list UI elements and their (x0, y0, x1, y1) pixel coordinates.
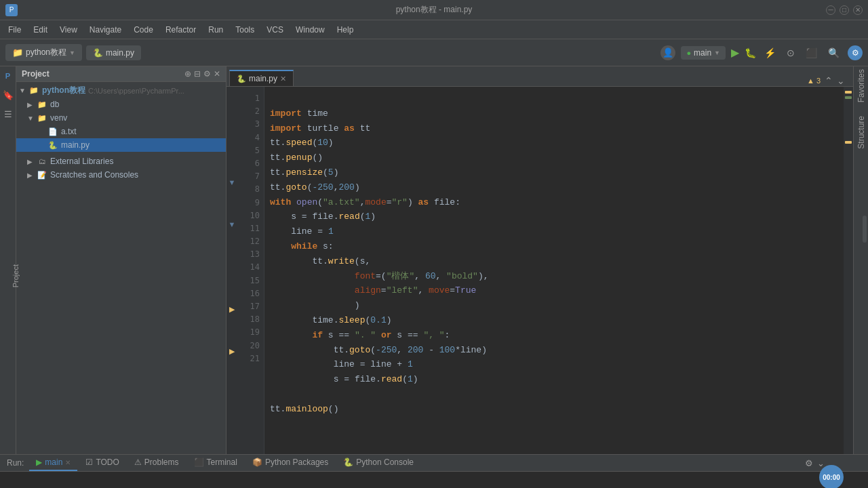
title-bar: P python教程 - main.py ─ □ ✕ (0, 0, 868, 20)
run-tab-close[interactable]: ✕ (65, 459, 71, 466)
menu-edit[interactable]: Edit (28, 23, 53, 37)
tree-scratches-label: Scratches and Consoles (50, 170, 138, 180)
python-console-label: Python Console (356, 458, 414, 467)
run-config-selector[interactable]: ● main ▼ (681, 46, 726, 60)
menu-tools[interactable]: Tools (230, 23, 260, 37)
fold-7[interactable]: ▼ (226, 177, 237, 191)
menu-view[interactable]: View (54, 23, 83, 37)
menu-bar: File Edit View Navigate Code Refactor Ru… (0, 20, 868, 39)
editor-tab-label: main.py (249, 74, 277, 83)
code-gutter: ▼ ▼ ▶ ▶ (226, 87, 237, 454)
bottom-hide-icon[interactable]: ⌄ (817, 458, 825, 468)
problems-tab-icon: ⚠ (134, 458, 142, 467)
toolbar-right: 👤 ● main ▼ ▶ 🐛 ⚡ ⊙ ⬛ 🔍 ⚙ (660, 45, 863, 60)
toolbar: 📁 python教程 ▼ 🐍 main.py 👤 ● main ▼ ▶ 🐛 ⚡ … (0, 39, 868, 66)
code-container: ▼ ▼ ▶ ▶ 12345 678910 1112131415 (226, 87, 853, 454)
bottom-tab-todo[interactable]: ☑ TODO (79, 455, 125, 471)
run-button[interactable]: ▶ (731, 46, 739, 59)
project-collapse-icon[interactable]: ⊟ (194, 69, 201, 79)
right-sidebar: Favorites Structure (853, 66, 868, 454)
tree-venv-label: venv (50, 113, 67, 123)
bottom-settings-icon[interactable]: ⚙ (805, 458, 813, 468)
warning-badge[interactable]: ▲ 3 (807, 77, 821, 85)
project-dropdown[interactable]: 📁 python教程 ▼ (5, 44, 82, 61)
menu-help[interactable]: Help (332, 23, 359, 37)
project-header: Project ⊕ ⊟ ⚙ ✕ (16, 66, 226, 82)
bottom-tab-python-packages[interactable]: 📦 Python Packages (245, 455, 335, 471)
menu-vcs[interactable]: VCS (261, 23, 289, 37)
structure-icon[interactable]: ☰ (1, 107, 15, 121)
profile-icon[interactable]: 👤 (660, 45, 675, 60)
main-layout: P 🔖 ☰ Project ⊕ ⊟ ⚙ ✕ ▼ 📁 python教程 C:\Us… (0, 66, 868, 454)
stop-button[interactable]: ⬛ (803, 46, 820, 60)
tree-atxt-label: a.txt (61, 127, 77, 136)
sidebar-favorites[interactable]: Favorites (856, 69, 866, 102)
menu-navigate[interactable]: Navigate (84, 23, 127, 37)
todo-tab-icon: ☑ (85, 458, 93, 467)
collapse-icon[interactable]: ⌄ (837, 75, 845, 86)
run-tab-icon: ▶ (36, 458, 42, 467)
timer-circle[interactable]: 00:00 (819, 465, 844, 488)
window-title: python教程 - main.py (396, 4, 473, 16)
project-hide-icon[interactable]: ✕ (214, 69, 220, 79)
sidebar-structure[interactable]: Structure (856, 116, 866, 149)
tree-item-db[interactable]: ▶ 📁 db (16, 98, 226, 111)
fold-10[interactable]: ▼ (226, 219, 237, 233)
bookmark-icon[interactable]: 🔖 (1, 88, 15, 102)
right-scroll-gutter (844, 87, 853, 454)
project-icon[interactable]: P (1, 69, 15, 83)
project-locate-icon[interactable]: ⊕ (184, 69, 191, 79)
run-label: Run: (3, 458, 28, 468)
project-title: Project (22, 69, 50, 79)
run-config-name: main (694, 48, 711, 58)
tree-item-mainpy[interactable]: ▶ 🐍 main.py (16, 138, 226, 152)
tree-root-name: python教程 (42, 85, 85, 96)
menu-refactor[interactable]: Refactor (160, 23, 201, 37)
expand-icon[interactable]: ⌃ (825, 75, 833, 86)
editor-area: 🐍 main.py ✕ ▲ 3 ⌃ ⌄ ▼ (226, 66, 853, 454)
project-name: python教程 (26, 47, 66, 58)
tree-root[interactable]: ▼ 📁 python教程 C:\Users\ppsen\PycharmPr... (16, 83, 226, 98)
project-tree: ▼ 📁 python教程 C:\Users\ppsen\PycharmPr...… (16, 82, 226, 454)
bottom-tab-python-console[interactable]: 🐍 Python Console (336, 455, 420, 471)
close-button[interactable]: ✕ (853, 5, 863, 15)
bottom-tab-terminal[interactable]: ⬛ Terminal (187, 455, 244, 471)
menu-file[interactable]: File (3, 23, 26, 37)
left-sidebar: P 🔖 ☰ (0, 66, 16, 454)
menu-code[interactable]: Code (128, 23, 159, 37)
debug-button[interactable]: 🐛 (745, 47, 756, 58)
search-button[interactable]: 🔍 (825, 46, 842, 60)
warn-16: ▶ (226, 304, 237, 318)
tree-mainpy-label: main.py (61, 140, 90, 150)
warn-19: ▶ (226, 346, 237, 360)
bottom-tabs: Run: ▶ main ✕ ☑ TODO ⚠ Problems ⬛ Termin… (0, 455, 868, 472)
editor-tab-mainpy[interactable]: 🐍 main.py ✕ (229, 70, 294, 86)
maximize-button[interactable]: □ (840, 5, 849, 15)
bottom-panel: Run: ▶ main ✕ ☑ TODO ⚠ Problems ⬛ Termin… (0, 454, 868, 488)
terminal-tab-label: Terminal (207, 458, 237, 467)
menu-window[interactable]: Window (290, 23, 330, 37)
tree-item-scratches[interactable]: ▶ 📝 Scratches and Consoles (16, 168, 226, 182)
python-packages-icon: 📦 (252, 458, 262, 467)
bottom-content (0, 472, 868, 488)
python-packages-label: Python Packages (265, 458, 328, 467)
file-breadcrumb[interactable]: 🐍 main.py (86, 45, 141, 60)
settings-gear[interactable]: ⚙ (848, 45, 863, 60)
bottom-tab-problems[interactable]: ⚠ Problems (127, 455, 186, 471)
titlebar-controls: ─ □ ✕ (826, 5, 863, 15)
menu-run[interactable]: Run (203, 23, 229, 37)
editor-tab-close[interactable]: ✕ (280, 75, 286, 83)
bottom-tab-run[interactable]: ▶ main ✕ (29, 455, 77, 471)
profile-button[interactable]: ⚡ (762, 46, 778, 60)
python-console-icon: 🐍 (343, 458, 353, 467)
tree-item-venv[interactable]: ▼ 📁 venv (16, 111, 226, 125)
minimize-button[interactable]: ─ (826, 5, 835, 15)
problems-tab-label: Problems (144, 458, 179, 467)
tree-item-external-libs[interactable]: ▶ 🗂 External Libraries (16, 155, 226, 168)
project-settings-icon[interactable]: ⚙ (203, 69, 211, 79)
run-tab-label: main (45, 458, 62, 467)
coverage-button[interactable]: ⊙ (784, 46, 797, 60)
code-editor[interactable]: import time import turtle as tt tt.speed… (264, 87, 844, 454)
tree-item-atxt[interactable]: ▶ 📄 a.txt (16, 125, 226, 138)
terminal-tab-icon: ⬛ (194, 458, 204, 467)
